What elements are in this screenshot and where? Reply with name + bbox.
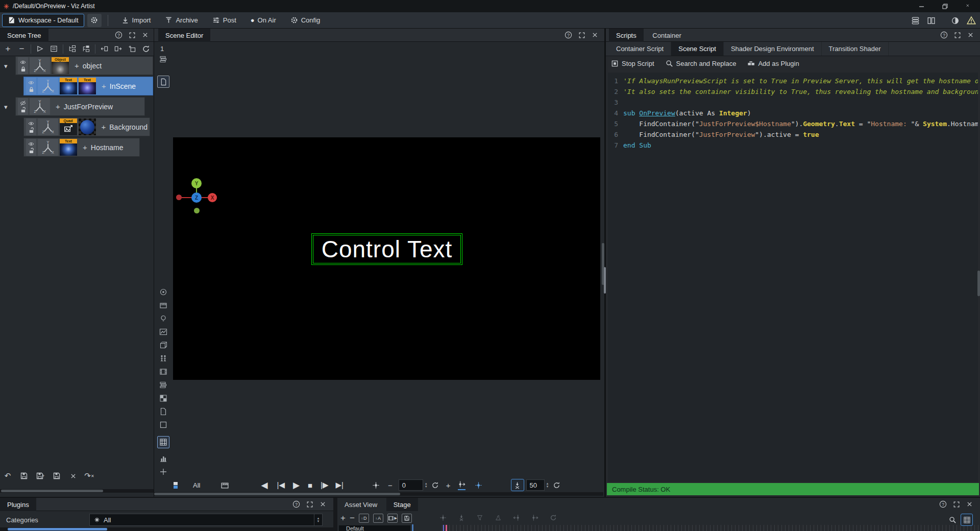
undo-icon[interactable]: ↶ — [2, 470, 13, 481]
zoom-spinner[interactable]: ▲▼ — [545, 479, 551, 491]
remove-director-button[interactable]: − — [350, 513, 355, 523]
close-panel-icon[interactable] — [966, 501, 973, 508]
refresh-tree-button[interactable] — [141, 43, 151, 55]
go-to-start-button[interactable]: |◀ — [277, 480, 285, 490]
move-tool-icon[interactable] — [157, 466, 169, 478]
help-icon[interactable] — [292, 500, 300, 508]
tab-transition-shader[interactable]: Transition Shader — [822, 42, 889, 56]
layer-stack-icon[interactable] — [157, 53, 169, 65]
tree-row-object[interactable]: Object + object — [15, 56, 153, 75]
add-child-icon[interactable]: + — [102, 82, 106, 90]
tab-container-script[interactable]: Container Script — [609, 42, 671, 56]
grid-toggle[interactable] — [157, 436, 169, 448]
film-icon[interactable] — [157, 366, 169, 378]
loop-icon[interactable] — [431, 481, 439, 489]
safe-area-toggle[interactable] — [157, 76, 169, 88]
pick-target-icon[interactable] — [157, 286, 169, 298]
play-reverse-button[interactable]: ◀ — [261, 480, 267, 491]
add-child-icon[interactable]: + — [56, 102, 60, 111]
add-child-icon[interactable]: + — [83, 143, 87, 152]
close-panel-icon[interactable] — [592, 32, 598, 38]
tab-scene-script[interactable]: Scene Script — [671, 42, 724, 56]
scene-editor-hscrollbar[interactable] — [154, 492, 603, 496]
on-air-menu[interactable]: ● On Air — [243, 12, 283, 29]
animate-button[interactable] — [35, 43, 45, 55]
frame-counter-field[interactable]: 0 — [399, 479, 423, 491]
gizmo-z-handle[interactable]: Z — [191, 192, 202, 203]
help-icon[interactable] — [939, 500, 947, 508]
frame-spinner[interactable]: ▲▼ — [423, 479, 429, 491]
restore-button[interactable] — [933, 0, 957, 12]
maximize-panel-icon[interactable] — [129, 32, 136, 39]
transport-all-label[interactable]: All — [193, 481, 200, 489]
globe-image-thumbnail[interactable] — [79, 118, 96, 135]
zoom-keyframes-button[interactable] — [511, 479, 524, 491]
expand-chevron[interactable]: ▾ — [4, 62, 8, 70]
help-icon[interactable] — [115, 31, 122, 39]
stop-script-button[interactable]: Stop Script — [611, 60, 654, 67]
text-material-thumbnail[interactable]: Text — [79, 78, 96, 94]
server-status-icon[interactable] — [911, 16, 920, 25]
redo-icon[interactable]: ↷✕ — [84, 470, 95, 481]
help-icon[interactable] — [565, 31, 572, 39]
eye-icon[interactable] — [19, 59, 27, 65]
continue-button[interactable]: |▶ — [321, 480, 328, 490]
gizmo-pivot-dot[interactable] — [176, 195, 182, 200]
snapshot-icon[interactable] — [951, 16, 960, 25]
maximize-panel-icon[interactable] — [954, 32, 961, 39]
category-filter-dropdown[interactable]: All ▲▼ — [89, 514, 323, 526]
warning-icon[interactable] — [967, 16, 976, 25]
visibility-lock-cell[interactable] — [18, 57, 28, 74]
maximize-panel-icon[interactable] — [578, 32, 585, 39]
close-panel-icon[interactable] — [142, 32, 149, 38]
plugins-tab[interactable]: Plugins — [0, 498, 36, 511]
dropdown-spinner[interactable]: ▲▼ — [314, 514, 322, 525]
light-icon[interactable] — [157, 312, 169, 325]
actors-icon[interactable] — [157, 352, 169, 365]
eye-icon[interactable] — [28, 141, 35, 147]
search-stage-icon[interactable] — [949, 516, 957, 524]
add-director-button[interactable]: + — [340, 513, 346, 523]
object-thumbnail[interactable]: Object — [52, 57, 69, 74]
gizmo-x-handle[interactable]: X — [208, 193, 217, 202]
move-left-button[interactable] — [100, 43, 109, 55]
tab-shader-design[interactable]: Shader Design Environment — [724, 42, 822, 56]
control-text-bounding-box[interactable]: Control Text — [311, 233, 462, 265]
eye-off-icon[interactable] — [19, 100, 27, 106]
camera-icon[interactable] — [157, 299, 169, 311]
tree-row-justforpreview[interactable]: + JustForPreview — [15, 97, 145, 116]
scene-tree-hscrollbar[interactable] — [0, 489, 154, 493]
post-menu[interactable]: Post — [205, 12, 243, 29]
eye-icon[interactable] — [28, 120, 35, 127]
import-director-icon[interactable]: ▶ — [387, 514, 398, 523]
gizmo-anchor-dot[interactable] — [194, 208, 200, 213]
help-icon[interactable] — [940, 31, 948, 39]
lock-icon[interactable] — [20, 66, 27, 73]
texture-icon[interactable] — [157, 392, 169, 404]
next-keyframe-icon[interactable] — [458, 480, 465, 490]
stage-tab[interactable]: Stage — [386, 498, 418, 511]
visibility-lock-cell[interactable] — [26, 118, 36, 135]
panels-layout-icon[interactable] — [927, 16, 936, 25]
render-viewport[interactable]: Control Text X Y Z — [173, 137, 600, 380]
next-keyframe-icon[interactable] — [531, 514, 538, 521]
new-action-icon[interactable]: ↑A — [373, 514, 383, 523]
layers-icon[interactable] — [157, 379, 169, 391]
center-right-splitter[interactable] — [604, 29, 605, 497]
close-button[interactable] — [957, 0, 980, 12]
prev-keyframe-icon[interactable] — [513, 514, 520, 521]
lock-open-icon[interactable] — [28, 148, 35, 154]
scene-editor-tab[interactable]: Scene Editor — [158, 29, 210, 42]
add-as-plugin-button[interactable]: Add as Plugin — [747, 60, 799, 67]
add-child-icon[interactable]: + — [102, 123, 106, 131]
notes-button[interactable] — [49, 43, 59, 55]
save-as-icon[interactable] — [51, 470, 62, 481]
bounding-box-icon[interactable] — [157, 339, 169, 351]
close-panel-icon[interactable] — [320, 501, 326, 508]
lock-icon[interactable] — [28, 86, 35, 93]
delete-icon[interactable] — [67, 470, 79, 481]
quad-thumbnail[interactable]: Quad — [60, 118, 77, 135]
import-menu[interactable]: Import — [114, 12, 158, 29]
axis-cell[interactable] — [38, 78, 58, 94]
code-editor[interactable]: 1'If AlwaysRunPreviewScript is set to Tr… — [608, 73, 978, 482]
